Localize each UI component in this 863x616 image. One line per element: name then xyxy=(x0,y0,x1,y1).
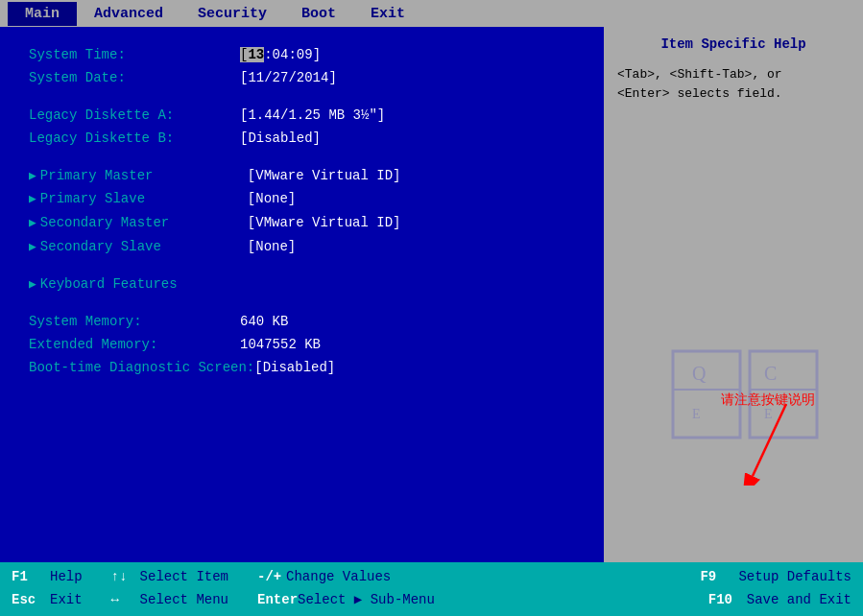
diskette-a-row: Legacy Diskette A: [1.44/1.25 MB 3½"] xyxy=(29,105,585,126)
secondary-master-label: Secondary Master xyxy=(40,212,248,233)
arrow-icon-secondary-slave: ▶ xyxy=(29,238,36,258)
f1-desc: Help xyxy=(50,566,83,589)
secondary-slave-value: [None] xyxy=(248,236,296,257)
primary-slave-label: Primary Slave xyxy=(40,188,248,209)
system-time-row: System Time: [13:04:09] xyxy=(29,44,585,65)
system-memory-label: System Memory: xyxy=(29,311,240,332)
right-panel: Item Specific Help <Tab>, <Shift-Tab>, o… xyxy=(604,27,863,562)
menu-item-advanced[interactable]: Advanced xyxy=(77,2,180,26)
leftright-symbol: ↔ xyxy=(111,589,140,612)
help-title: Item Specific Help xyxy=(617,36,850,52)
system-time-label: System Time: xyxy=(29,44,240,65)
diskette-b-row: Legacy Diskette B: [Disabled] xyxy=(29,128,585,149)
enter-op: Enter xyxy=(257,589,298,612)
change-op: -/+ xyxy=(257,566,286,589)
menu-item-exit[interactable]: Exit xyxy=(353,2,422,26)
extended-memory-value: 1047552 KB xyxy=(240,334,321,355)
content-area: System Time: [13:04:09] System Date: [11… xyxy=(0,27,863,562)
svg-text:C: C xyxy=(764,363,777,384)
arrow-icon-primary-master: ▶ xyxy=(29,167,36,187)
menu-item-main[interactable]: Main xyxy=(8,2,77,26)
secondary-slave-row[interactable]: ▶ Secondary Slave [None] xyxy=(29,236,585,258)
menu-bar: Main Advanced Security Boot Exit xyxy=(0,0,863,27)
status-row-1: F1 Help ↑↓ Select Item -/+ Change Values… xyxy=(12,566,851,589)
primary-master-row[interactable]: ▶ Primary Master [VMware Virtual ID] xyxy=(29,165,585,187)
diskette-a-value: [1.44/1.25 MB 3½"] xyxy=(240,105,385,126)
status-row-2: Esc Exit ↔ Select Menu Enter Select ▶ Su… xyxy=(12,589,851,612)
help-text: <Tab>, <Shift-Tab>, or<Enter> selects fi… xyxy=(617,65,850,103)
svg-text:Q: Q xyxy=(692,363,707,384)
secondary-master-value: [VMware Virtual ID] xyxy=(248,212,401,233)
svg-line-9 xyxy=(753,404,786,476)
diskette-a-label: Legacy Diskette A: xyxy=(29,105,240,126)
f10-key: F10 xyxy=(708,589,747,612)
left-panel: System Time: [13:04:09] System Date: [11… xyxy=(0,27,604,562)
arrow-icon-keyboard: ▶ xyxy=(29,275,36,296)
secondary-slave-label: Secondary Slave xyxy=(40,236,248,257)
arrow-icon-primary-slave: ▶ xyxy=(29,190,36,210)
system-memory-row: System Memory: 640 KB xyxy=(29,311,585,332)
esc-desc: Exit xyxy=(50,589,83,612)
f1-key: F1 xyxy=(12,566,50,589)
extended-memory-label: Extended Memory: xyxy=(29,334,240,355)
boot-diag-label: Boot-time Diagnostic Screen: xyxy=(29,357,254,378)
change-values-desc: Change Values xyxy=(286,566,700,589)
system-time-value[interactable]: [13:04:09] xyxy=(240,44,321,65)
system-memory-value: 640 KB xyxy=(240,311,288,332)
save-exit-desc: Save and Exit xyxy=(747,589,851,612)
bios-screen: Main Advanced Security Boot Exit System … xyxy=(0,0,863,616)
system-date-value: [11/27/2014] xyxy=(240,67,337,88)
system-date-row: System Date: [11/27/2014] xyxy=(29,67,585,88)
svg-text:E: E xyxy=(692,407,701,421)
esc-key: Esc xyxy=(12,589,50,612)
select-menu-desc: Select Menu xyxy=(140,589,228,612)
extended-memory-row: Extended Memory: 1047552 KB xyxy=(29,334,585,355)
diskette-b-value: [Disabled] xyxy=(240,128,321,149)
primary-master-label: Primary Master xyxy=(40,165,248,186)
select-item-desc: Select Item xyxy=(140,566,228,589)
keyboard-features-row[interactable]: ▶ Keyboard Features xyxy=(29,273,585,296)
primary-slave-value: [None] xyxy=(248,188,296,209)
menu-item-security[interactable]: Security xyxy=(180,2,284,26)
primary-master-value: [VMware Virtual ID] xyxy=(248,165,401,186)
updown-symbol: ↑↓ xyxy=(111,566,140,589)
diskette-b-label: Legacy Diskette B: xyxy=(29,128,240,149)
setup-defaults-desc: Setup Defaults xyxy=(738,566,851,589)
boot-diag-value: [Disabled] xyxy=(254,357,335,378)
status-bar: F1 Help ↑↓ Select Item -/+ Change Values… xyxy=(0,562,863,616)
secondary-master-row[interactable]: ▶ Secondary Master [VMware Virtual ID] xyxy=(29,212,585,234)
menu-item-boot[interactable]: Boot xyxy=(284,2,353,26)
sub-menu-desc: Select ▶ Sub-Menu xyxy=(298,589,708,612)
system-date-label: System Date: xyxy=(29,67,240,88)
keyboard-features-label: Keyboard Features xyxy=(40,273,248,295)
primary-slave-row[interactable]: ▶ Primary Slave [None] xyxy=(29,188,585,210)
boot-diag-row: Boot-time Diagnostic Screen: [Disabled] xyxy=(29,357,585,378)
arrow-icon-secondary-master: ▶ xyxy=(29,214,36,234)
annotation-arrow xyxy=(733,399,810,486)
f9-key: F9 xyxy=(700,566,738,589)
